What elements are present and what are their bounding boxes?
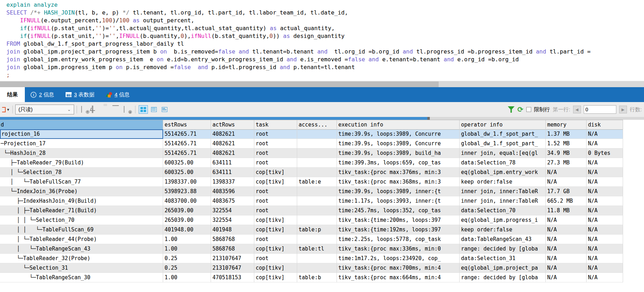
cell-task[interactable]: root	[254, 187, 297, 196]
tab-results[interactable]: 结果	[0, 87, 25, 102]
cell-exec[interactable]: time:1.17s, loops:3993, inner:{t	[337, 196, 460, 206]
cell-estRows[interactable]: 1.00	[163, 235, 211, 244]
cell-estRows[interactable]: 5514265.71	[163, 148, 211, 158]
limit-rows-checkbox[interactable]	[526, 107, 531, 112]
cell-disk[interactable]: N/A	[587, 244, 623, 254]
cell-task[interactable]: root	[254, 196, 297, 206]
cell-id[interactable]: │ └─TableFullScan_77	[0, 177, 163, 187]
column-header-disk[interactable]: disk	[587, 120, 623, 130]
cell-exec[interactable]: tikv_task:{time:192ms, loops:397	[337, 225, 460, 235]
cell-disk[interactable]: N/A	[587, 196, 623, 206]
column-header-memory[interactable]: memory	[546, 120, 587, 130]
cell-memory[interactable]: N/A	[546, 168, 587, 177]
cell-task[interactable]: root	[254, 206, 297, 215]
cell-access[interactable]	[297, 196, 337, 206]
table-row[interactable]: └─TableRangeScan_301.00470518153cop[tikv…	[0, 273, 623, 282]
column-header-access[interactable]: access...	[297, 120, 337, 130]
table-row[interactable]: │ ├─TableReader_71(Build)265039.00322554…	[0, 206, 623, 215]
cell-op[interactable]: range: decided by [globa	[460, 273, 546, 282]
prev-row-button[interactable]: ◀	[573, 106, 581, 113]
cell-memory[interactable]: N/A	[546, 244, 587, 254]
cell-exec[interactable]: time:39.9s, loops:3989, Concurre	[337, 139, 460, 148]
sql-script-button[interactable]: ▼	[2, 107, 10, 112]
cell-access[interactable]	[297, 254, 337, 263]
tab-info-2[interactable]: i 2 信息	[25, 87, 60, 102]
cell-op[interactable]: data:Selection_31	[460, 254, 546, 263]
cell-actRows[interactable]: 322554	[211, 206, 254, 215]
cell-task[interactable]: cop[tikv]	[254, 273, 297, 282]
delete-row-button[interactable]	[113, 106, 120, 113]
cell-exec[interactable]: tikv_task:{proc max:368ms, min:3	[337, 177, 460, 187]
cell-access[interactable]	[297, 168, 337, 177]
column-header-id[interactable]: d	[0, 120, 163, 130]
cell-id[interactable]: │ └─TableReader_44(Probe)	[0, 235, 163, 244]
revert-button[interactable]: x	[124, 106, 131, 113]
cell-disk[interactable]: N/A	[587, 225, 623, 235]
cell-disk[interactable]: N/A	[587, 139, 623, 148]
cell-estRows[interactable]: 265039.00	[163, 206, 211, 215]
cell-id[interactable]: │ │ └─Selection_70	[0, 215, 163, 225]
readonly-mode-select[interactable]: (只读) ⌄	[15, 105, 74, 114]
cell-access[interactable]	[297, 139, 337, 148]
cell-id[interactable]: ─Projection_17	[0, 139, 163, 148]
table-row[interactable]: └─Selection_310.25213107647cop[tikv]tikv…	[0, 263, 623, 273]
cell-actRows[interactable]: 4082621	[211, 148, 254, 158]
cell-access[interactable]: table:b	[297, 273, 337, 282]
cell-disk[interactable]: N/A	[587, 177, 623, 187]
cell-actRows[interactable]: 401948	[211, 225, 254, 235]
cell-memory[interactable]: 665.2 MB	[546, 196, 587, 206]
cell-op[interactable]: eq(global_ipm.entry_work	[460, 168, 546, 177]
cell-op[interactable]: inner join, inner:TableR	[460, 187, 546, 196]
cell-actRows[interactable]: 213107647	[211, 254, 254, 263]
cell-actRows[interactable]: 634111	[211, 168, 254, 177]
grid-scrollbar-thumb[interactable]	[0, 117, 427, 120]
editor-horizontal-scrollbar[interactable]	[0, 81, 644, 87]
cell-access[interactable]: table:p	[297, 225, 337, 235]
cell-access[interactable]: table:e	[297, 177, 337, 187]
text-view-button[interactable]	[160, 105, 169, 114]
cell-estRows[interactable]: 4083700.00	[163, 196, 211, 206]
table-row[interactable]: └─HashJoin_285514265.714082621roottime:3…	[0, 148, 623, 158]
cell-op[interactable]: global_dw_1.f_spot_part_	[460, 139, 546, 148]
cell-memory[interactable]: N/A	[546, 254, 587, 263]
cell-disk[interactable]: N/A	[587, 263, 623, 273]
editor-scrollbar-thumb[interactable]	[0, 82, 439, 87]
cell-actRows[interactable]: 5868768	[211, 244, 254, 254]
cell-exec[interactable]: tikv_task:{proc max:664ms, min:4	[337, 273, 460, 282]
cell-actRows[interactable]: 1398337	[211, 177, 254, 187]
cell-memory[interactable]: N/A	[546, 215, 587, 225]
table-row[interactable]: ─Projection_175514265.714082621roottime:…	[0, 139, 623, 148]
cell-exec[interactable]: time:39.9s, loops:3989, inner:{t	[337, 187, 460, 196]
cell-access[interactable]	[297, 148, 337, 158]
cell-estRows[interactable]: 1.00	[163, 273, 211, 282]
cell-op[interactable]: eq(global_ipm.project_pa	[460, 263, 546, 273]
cell-exec[interactable]: tikv_task:{proc max:700ms, min:4	[337, 263, 460, 273]
column-header-estRows[interactable]: estRows	[163, 120, 211, 130]
cell-task[interactable]: cop[tikv]	[254, 263, 297, 273]
cell-estRows[interactable]: 265039.00	[163, 215, 211, 225]
cell-memory[interactable]: N/A	[546, 177, 587, 187]
cell-id[interactable]: │ │ └─TableFullScan_69	[0, 225, 163, 235]
cell-disk[interactable]: N/A	[587, 168, 623, 177]
save-button[interactable]	[102, 106, 110, 113]
column-header-task[interactable]: task	[254, 120, 297, 130]
cell-id[interactable]: └─HashJoin_28	[0, 148, 163, 158]
cell-op[interactable]: keep order:false	[460, 177, 546, 187]
cell-exec[interactable]: tikv_task:{time:200ms, loops:397	[337, 215, 460, 225]
cell-op[interactable]: data:Selection_78	[460, 158, 546, 168]
cell-disk[interactable]: N/A	[587, 158, 623, 168]
cell-task[interactable]: root	[254, 129, 297, 139]
table-row[interactable]: rojection_165514265.714082621roottime:39…	[0, 129, 623, 139]
cell-access[interactable]	[297, 206, 337, 215]
cell-id[interactable]: └─TableRangeScan_30	[0, 273, 163, 282]
column-header-op[interactable]: operator info	[460, 120, 546, 130]
cell-memory[interactable]: N/A	[546, 235, 587, 244]
cell-exec[interactable]: time:39.9s, loops:3989, build_ha	[337, 148, 460, 158]
cell-actRows[interactable]: 213107647	[211, 263, 254, 273]
cell-id[interactable]: ├─IndexHashJoin_49(Build)	[0, 196, 163, 206]
cell-op[interactable]: keep order:false	[460, 225, 546, 235]
cell-access[interactable]	[297, 187, 337, 196]
cell-access[interactable]	[297, 215, 337, 225]
cell-actRows[interactable]: 4082621	[211, 139, 254, 148]
cell-memory[interactable]: N/A	[546, 225, 587, 235]
